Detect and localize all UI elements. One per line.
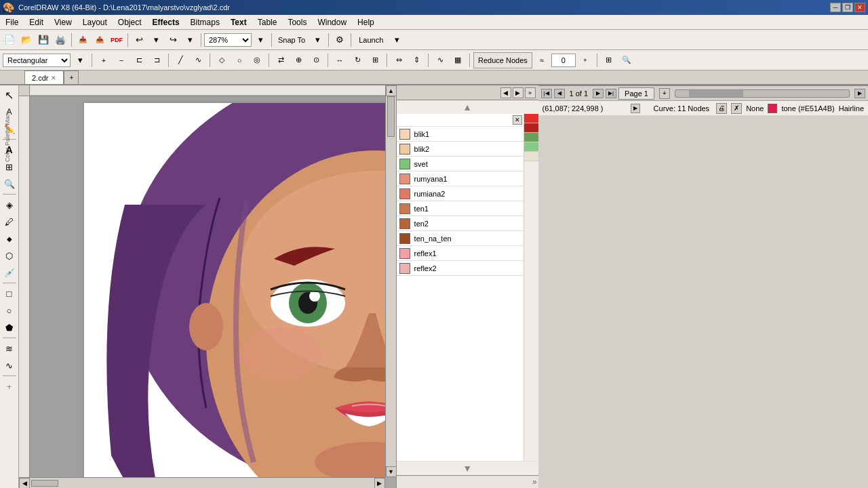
zoom-dropdown[interactable]: ▾ — [252, 32, 269, 48]
mini-swatch-lightgreen[interactable] — [524, 142, 538, 152]
menu-bitmaps[interactable]: Bitmaps — [185, 15, 225, 29]
pdf-button[interactable]: PDF — [108, 32, 125, 48]
ellipse-tool[interactable]: ○ — [1, 302, 18, 319]
rotate-button[interactable]: ↻ — [349, 52, 366, 68]
reflect-v-button[interactable]: ⇕ — [408, 52, 425, 68]
extract-button[interactable]: ⊕ — [290, 52, 307, 68]
polygon-tool[interactable]: ⬟ — [1, 319, 18, 336]
menu-layout[interactable]: Layout — [77, 15, 113, 29]
snap-dropdown[interactable]: ▾ — [309, 32, 326, 48]
select-all-nodes-button[interactable]: ▦ — [450, 52, 466, 68]
page-prev-button[interactable]: ◀ — [554, 89, 565, 98]
roughen-tool[interactable]: ∿ — [1, 357, 18, 373]
panel-expand-button[interactable]: » — [525, 87, 536, 98]
menu-file[interactable]: File — [0, 15, 24, 29]
smear-tool[interactable]: ≋ — [1, 340, 18, 357]
menu-edit[interactable]: Edit — [24, 15, 49, 29]
mini-swatch-red1[interactable] — [524, 114, 538, 123]
blend-tool[interactable]: ⬡ — [1, 247, 18, 264]
add-page-button[interactable]: + — [659, 88, 670, 99]
mini-swatch-cream[interactable] — [524, 152, 538, 161]
save-button[interactable]: 💾 — [35, 32, 52, 48]
launch-button[interactable]: Launch — [354, 32, 388, 48]
mini-swatch-green[interactable] — [524, 133, 538, 142]
fit-curve-button[interactable]: ⊞ — [601, 52, 617, 68]
print-button[interactable]: 🖨️ — [52, 32, 68, 48]
palette-item-ten1[interactable]: ten1 — [397, 201, 524, 216]
break-nodes-button[interactable]: ⊐ — [149, 52, 165, 68]
launch-dropdown[interactable]: ▾ — [389, 32, 405, 48]
page-first-button[interactable]: |◀ — [541, 89, 552, 98]
palette-close-button[interactable]: ✕ — [513, 115, 522, 125]
options-button[interactable]: ⚙ — [332, 32, 348, 48]
fill-tool[interactable]: ◈ — [1, 197, 18, 213]
open-button[interactable]: 📂 — [18, 32, 35, 48]
scroll-up-button[interactable]: ▲ — [386, 85, 396, 96]
horizontal-scrollbar[interactable]: ◀ ▶ — [19, 477, 385, 488]
pen-tool[interactable]: 🖊 — [1, 214, 18, 230]
palette-item-ten2[interactable]: ten2 — [397, 216, 524, 231]
hscroll-thumb[interactable] — [689, 90, 743, 97]
scroll-right-button[interactable]: ▶ — [374, 478, 385, 489]
delete-node-button[interactable]: − — [113, 52, 130, 68]
palette-up-button[interactable]: ▲ — [462, 102, 472, 113]
palette-item-blik1[interactable]: blik1 — [397, 127, 524, 142]
stretch-button[interactable]: ↔ — [332, 52, 348, 68]
hscroll-track[interactable] — [675, 89, 850, 98]
smooth-node-button[interactable]: ○ — [231, 52, 248, 68]
panel-next-button[interactable]: ▶ — [513, 87, 524, 98]
join-nodes-button[interactable]: ⊏ — [131, 52, 147, 68]
shape-dropdown[interactable]: ▾ — [72, 52, 88, 68]
redo-button[interactable]: ↪ — [165, 32, 181, 48]
new-tab-button[interactable]: + — [64, 70, 79, 84]
export-button[interactable]: 📤 — [92, 32, 108, 48]
restore-button[interactable]: ❐ — [842, 3, 853, 12]
eyedropper-tool[interactable]: 💉 — [1, 264, 18, 281]
node-value-input[interactable] — [551, 54, 576, 67]
node-curve-button[interactable]: ∿ — [190, 52, 206, 68]
align-nodes-button[interactable]: ⊞ — [367, 52, 383, 68]
menu-help[interactable]: Help — [352, 15, 380, 29]
palette-item-rumyana1[interactable]: rumyana1 — [397, 171, 524, 186]
node-line-button[interactable]: ╱ — [172, 52, 189, 68]
plus-button[interactable]: + — [1, 378, 18, 394]
mini-swatch-red2[interactable] — [524, 123, 538, 133]
coord-expand-button[interactable]: ▶ — [631, 104, 640, 113]
menu-text[interactable]: Text — [225, 15, 252, 29]
palette-expand-right[interactable]: » — [532, 477, 537, 487]
close-button[interactable]: ✕ — [854, 3, 865, 12]
scroll-down-button[interactable]: ▼ — [386, 466, 396, 477]
undo-dropdown[interactable]: ▾ — [148, 32, 164, 48]
menu-table[interactable]: Table — [252, 15, 283, 29]
palette-item-ten-na-ten[interactable]: ten_na_ten — [397, 231, 524, 246]
page-tab[interactable]: Page 1 — [618, 87, 654, 100]
palette-item-reflex2[interactable]: reflex2 — [397, 261, 524, 276]
cusp-node-button[interactable]: ◇ — [214, 52, 230, 68]
elastic-button[interactable]: ∿ — [432, 52, 448, 68]
menu-effects[interactable]: Effects — [147, 15, 185, 29]
panel-prev-button[interactable]: ◀ — [500, 87, 511, 98]
reverse-dir-button[interactable]: ⇄ — [273, 52, 289, 68]
fit-curve-zoom[interactable]: 🔍 — [618, 52, 635, 68]
node-tool[interactable]: ◆ — [1, 230, 18, 247]
add-node-button[interactable]: + — [96, 52, 112, 68]
palette-item-svet[interactable]: svet — [397, 157, 524, 171]
hscroll-right[interactable]: ▶ — [854, 89, 865, 98]
canvas-content[interactable] — [30, 96, 385, 477]
minimize-button[interactable]: ─ — [830, 3, 841, 12]
scroll-left-button[interactable]: ◀ — [19, 478, 30, 489]
vertical-scrollbar[interactable]: ▲ ▼ — [385, 85, 396, 477]
symmetric-node-button[interactable]: ◎ — [249, 52, 265, 68]
import-button[interactable]: 📥 — [75, 32, 91, 48]
rect-tool[interactable]: □ — [1, 285, 18, 302]
menu-window[interactable]: Window — [312, 15, 352, 29]
menu-tools[interactable]: Tools — [282, 15, 312, 29]
node-value-up[interactable]: + — [577, 52, 593, 68]
palette-item-blik2[interactable]: blik2 — [397, 142, 524, 157]
page-last-button[interactable]: ▶| — [606, 89, 616, 98]
home-icon[interactable]: ⌂ — [3, 3, 9, 15]
zoom-tool[interactable]: 🔍 — [1, 176, 18, 192]
menu-object[interactable]: Object — [113, 15, 147, 29]
close-curve-button[interactable]: ⊙ — [308, 52, 324, 68]
page-next-button[interactable]: ▶ — [593, 89, 604, 98]
